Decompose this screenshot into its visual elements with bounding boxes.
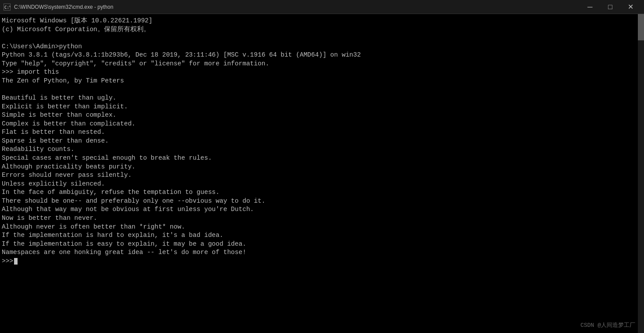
- window-title: C:\WINDOWS\system32\cmd.exe - python: [14, 4, 113, 10]
- console-line: Although never is often better than *rig…: [2, 223, 642, 232]
- console-line: Although practicality beats purity.: [2, 163, 642, 172]
- close-button[interactable]: ✕: [620, 0, 640, 14]
- console-line: Beautiful is better than ugly.: [2, 94, 642, 103]
- console-line: Now is better than never.: [2, 214, 642, 223]
- console-line: Although that way may not be obvious at …: [2, 205, 642, 214]
- watermark-text: CSDN @人间造梦工厂: [580, 322, 635, 329]
- console-line: There should be one-- and preferably onl…: [2, 197, 642, 206]
- console-line: [2, 34, 642, 43]
- console-content: Microsoft Windows [版本 10.0.22621.1992](c…: [2, 17, 642, 265]
- svg-text:C:\: C:\: [4, 5, 10, 10]
- cmd-icon: C:\: [4, 4, 11, 11]
- console-output[interactable]: Microsoft Windows [版本 10.0.22621.1992](c…: [0, 14, 644, 333]
- console-line: If the implementation is hard to explain…: [2, 231, 642, 240]
- console-line: [2, 86, 642, 94]
- console-line: Errors should never pass silently.: [2, 171, 642, 180]
- console-line: Sparse is better than dense.: [2, 137, 642, 146]
- console-line: Type "help", "copyright", "credits" or "…: [2, 60, 642, 68]
- input-cursor: [14, 258, 18, 265]
- scrollbar[interactable]: [638, 14, 644, 333]
- title-bar: C:\ C:\WINDOWS\system32\cmd.exe - python…: [0, 0, 644, 14]
- maximize-button[interactable]: □: [600, 0, 620, 14]
- console-line: In the face of ambiguity, refuse the tem…: [2, 188, 642, 197]
- console-line: The Zen of Python, by Tim Peters: [2, 77, 642, 86]
- scrollbar-thumb[interactable]: [638, 14, 644, 40]
- cmd-window: C:\ C:\WINDOWS\system32\cmd.exe - python…: [0, 0, 644, 333]
- console-line: If the implementation is easy to explain…: [2, 240, 642, 249]
- console-line: Simple is better than complex.: [2, 111, 642, 120]
- minimize-button[interactable]: ─: [580, 0, 600, 14]
- console-line: C:\Users\Admin>python: [2, 43, 642, 51]
- console-line: Unless explicitly silenced.: [2, 180, 642, 189]
- console-line: Special cases aren't special enough to b…: [2, 154, 642, 163]
- title-bar-left: C:\ C:\WINDOWS\system32\cmd.exe - python: [4, 4, 113, 11]
- console-line: Python 3.8.1 (tags/v3.8.1:1b293b6, Dec 1…: [2, 51, 642, 60]
- console-line: Complex is better than complicated.: [2, 120, 642, 129]
- console-line: Readability counts.: [2, 145, 642, 154]
- window-controls: ─ □ ✕: [580, 0, 640, 14]
- console-line: Explicit is better than implicit.: [2, 103, 642, 111]
- console-line: Flat is better than nested.: [2, 128, 642, 137]
- console-line: Namespaces are one honking great idea --…: [2, 248, 642, 257]
- console-line: Microsoft Windows [版本 10.0.22621.1992]: [2, 17, 642, 25]
- console-line: (c) Microsoft Corporation。保留所有权利。: [2, 25, 642, 34]
- console-line-last: >>>: [2, 257, 642, 266]
- console-line: >>> import this: [2, 68, 642, 77]
